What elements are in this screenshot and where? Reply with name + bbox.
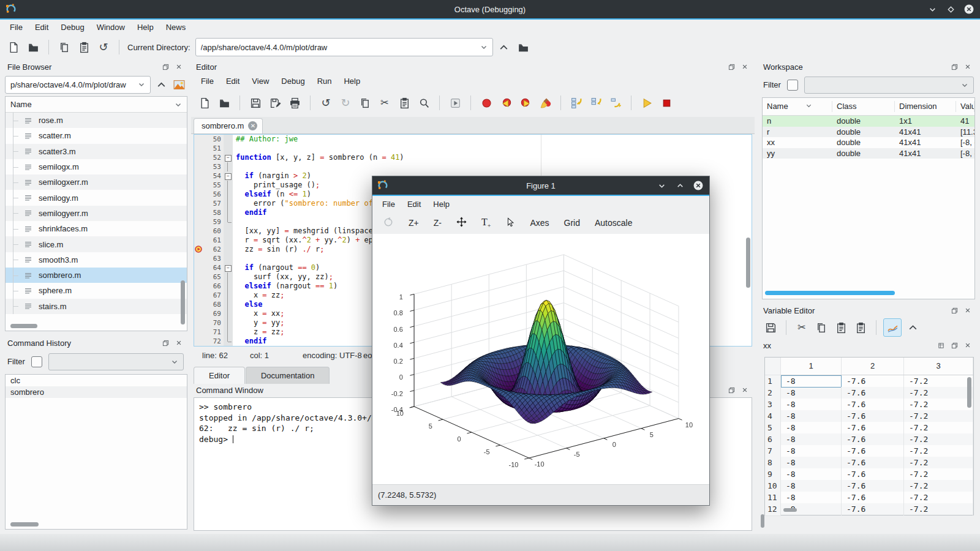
variable-cell[interactable]: -7.6: [842, 387, 904, 399]
workspace-variable-row[interactable]: yydouble41x41[-8, -8, -: [763, 148, 974, 159]
print-button[interactable]: [286, 94, 303, 111]
fold-margin[interactable]: [224, 300, 233, 309]
close-panel-icon[interactable]: [963, 306, 973, 315]
float-panel-icon[interactable]: [160, 62, 170, 71]
breakpoint-margin[interactable]: [194, 227, 203, 236]
menu-item-news[interactable]: News: [160, 20, 192, 34]
pointer-select-icon[interactable]: [501, 216, 519, 231]
breakpoint-margin[interactable]: [194, 300, 203, 309]
fold-margin[interactable]: [224, 337, 233, 346]
variable-cell[interactable]: -8: [781, 387, 842, 399]
breakpoint-margin[interactable]: [194, 190, 203, 199]
cut-button[interactable]: ✂: [376, 94, 393, 111]
code-line[interactable]: 51: [194, 144, 752, 153]
variable-cell[interactable]: -8: [781, 445, 842, 457]
menu-item-edit[interactable]: Edit: [220, 74, 246, 88]
minimize-window-icon[interactable]: [927, 4, 937, 14]
cut-button[interactable]: ✂: [793, 319, 810, 336]
step-in-button[interactable]: [587, 94, 605, 111]
dock-tab-documentation[interactable]: Documentation: [246, 367, 330, 384]
variable-row[interactable]: 7-8-7.6-7.2: [765, 445, 973, 457]
variable-column-header[interactable]: 3: [904, 358, 973, 375]
fold-margin[interactable]: [224, 245, 233, 254]
surface-plot-canvas[interactable]: [372, 234, 707, 484]
file-list-item[interactable]: sombrero.m: [6, 268, 187, 283]
menu-item-run[interactable]: Run: [311, 74, 338, 88]
menu-item-window[interactable]: Window: [91, 20, 131, 34]
variable-cell[interactable]: -7.2: [904, 399, 973, 411]
workspace-column-header[interactable]: Dimension: [895, 101, 956, 112]
variable-cell[interactable]: -8: [781, 375, 842, 388]
copy-button[interactable]: [813, 319, 830, 336]
fold-margin[interactable]: [224, 144, 233, 153]
close-panel-icon[interactable]: [174, 339, 184, 347]
undo-button[interactable]: ↺: [95, 39, 112, 56]
variable-row[interactable]: 8-8-7.6-7.2: [765, 457, 973, 468]
find-button[interactable]: [415, 94, 432, 111]
variable-editor-header[interactable]: Variable Editor: [758, 304, 978, 317]
debug-position-icon[interactable]: [194, 245, 203, 254]
paste-button[interactable]: [832, 319, 850, 336]
close-panel-icon[interactable]: [963, 62, 973, 71]
variable-cell[interactable]: -8: [781, 399, 842, 411]
breakpoint-margin[interactable]: [194, 144, 203, 153]
variable-cell[interactable]: -7.6: [842, 410, 904, 422]
fold-margin[interactable]: [224, 227, 233, 236]
fold-collapse-icon[interactable]: −: [225, 265, 232, 272]
fold-margin[interactable]: [224, 199, 233, 208]
menu-item-help[interactable]: Help: [427, 197, 456, 211]
figure-window[interactable]: Figure 1 FileEditHelp Z+ Z- T+ Axes Grid…: [372, 176, 710, 506]
breakpoint-margin[interactable]: [194, 254, 203, 263]
workspace-table-header[interactable]: NameClassDimensionValue: [763, 98, 974, 116]
breakpoint-margin[interactable]: [194, 199, 203, 208]
run-file-button[interactable]: [447, 94, 464, 111]
variable-cell[interactable]: -7.2: [904, 387, 973, 399]
editor-vertical-scrollbar[interactable]: [746, 238, 750, 288]
fold-margin[interactable]: [224, 328, 233, 337]
file-list-horizontal-scrollbar[interactable]: [10, 324, 37, 328]
float-panel-icon[interactable]: [949, 62, 959, 71]
variable-cell[interactable]: -7.6: [842, 375, 904, 388]
undo-button[interactable]: ↺: [317, 94, 334, 111]
new-script-button[interactable]: [5, 39, 22, 56]
copy-button[interactable]: [356, 94, 374, 111]
fold-collapse-icon[interactable]: −: [225, 173, 232, 180]
workspace-variable-row[interactable]: ndouble1x141: [763, 116, 974, 127]
variable-cell[interactable]: -7.6: [842, 445, 904, 457]
close-panel-icon[interactable]: [740, 386, 750, 394]
fold-margin[interactable]: [224, 236, 233, 245]
filter-checkbox[interactable]: [31, 356, 42, 367]
go-up-button[interactable]: [904, 319, 921, 336]
step-button[interactable]: [568, 94, 585, 111]
fold-margin[interactable]: [224, 190, 233, 199]
save-variable-button[interactable]: [762, 319, 779, 336]
dock-widget-icon[interactable]: [936, 341, 946, 350]
plot-variable-button[interactable]: [883, 318, 902, 337]
zoom-in-button[interactable]: Z+: [404, 216, 423, 230]
directory-up-button[interactable]: [496, 39, 513, 56]
file-list-item[interactable]: semilogyerr.m: [6, 206, 187, 221]
figure-titlebar[interactable]: Figure 1: [372, 176, 709, 195]
variable-cell[interactable]: -8: [781, 480, 842, 492]
minimize-window-icon[interactable]: [657, 181, 666, 190]
menu-item-debug[interactable]: Debug: [55, 20, 90, 34]
autoscale-button[interactable]: Autoscale: [590, 216, 636, 230]
menu-item-help[interactable]: Help: [131, 20, 160, 34]
grid-button[interactable]: Grid: [560, 216, 584, 230]
fold-margin[interactable]: [224, 217, 233, 227]
workspace-variable-row[interactable]: rdouble41x41[11.314: [763, 127, 974, 138]
file-list-item[interactable]: semilogy.m: [6, 190, 187, 205]
breakpoint-margin[interactable]: [194, 217, 203, 227]
file-list-item[interactable]: scatter.m: [6, 128, 187, 143]
variable-row[interactable]: 2-8-7.6-7.2: [765, 387, 973, 399]
paste-button[interactable]: [396, 94, 413, 111]
editor-header[interactable]: Editor: [191, 61, 755, 73]
variable-cell[interactable]: -8: [781, 468, 842, 481]
file-list-item[interactable]: rose.m: [6, 113, 187, 128]
file-list-item[interactable]: slice.m: [6, 236, 187, 252]
code-line[interactable]: 50## Author: jwe: [194, 135, 752, 144]
menu-item-edit[interactable]: Edit: [29, 20, 55, 34]
variable-cell[interactable]: -7.2: [904, 410, 973, 422]
workspace-column-header[interactable]: Name: [763, 101, 832, 112]
set-browser-directory-button[interactable]: [172, 77, 186, 92]
